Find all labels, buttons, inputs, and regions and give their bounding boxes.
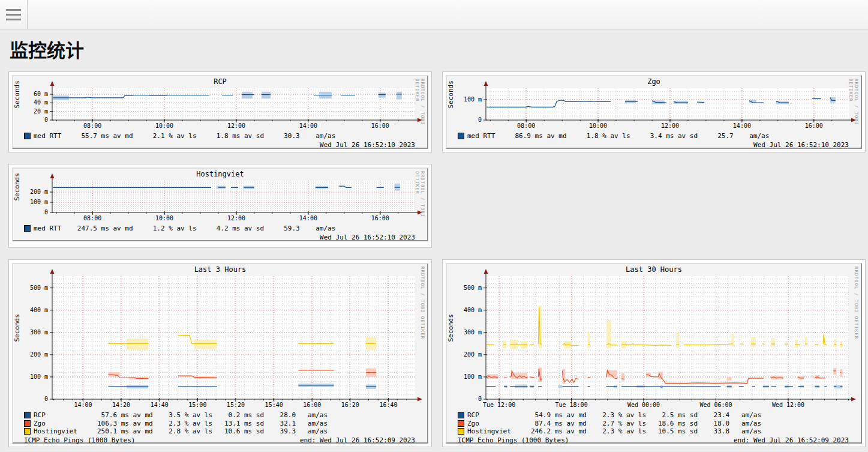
hamburger-icon (6, 9, 21, 11)
top-navbar (0, 0, 868, 29)
graph-panel-zgo: ZgoSecondsRRDTOOL / TOBI OETIKER08:0010:… (442, 71, 866, 152)
y-tick-label: 0 (447, 116, 482, 123)
x-tick-label: Wed 12:00 (767, 402, 809, 408)
legend-row-zgo: Zgo 87.4 ms av md 2.7 % av ls 18.6 ms sd… (458, 420, 849, 427)
chart-title-last3: Last 3 Hours (13, 265, 427, 274)
graph-panel-hostingviet: HostingvietSecondsRRDTOOL / TOBI OETIKER… (8, 164, 432, 248)
legend-text: Hostingviet 250.1 ms av md 2.8 % av ls 1… (34, 427, 328, 435)
footer-date: end: Wed Jul 26 16:52:09 2023 (300, 436, 415, 444)
x-tick-label: 14:00 (721, 122, 763, 129)
legend-swatch-med-rtt (24, 225, 31, 232)
legend-swatch-rcp (24, 412, 31, 418)
graph-panel-last-3-hours: Last 3 HoursSecondsRRDTOOL / TOBI OETIKE… (8, 259, 432, 447)
legend-row-rcp: RCP 57.6 ms av md 3.5 % av ls 0.2 ms sd … (24, 411, 415, 419)
x-tick-label: 16:40 (368, 402, 410, 408)
y-tick-label: 100 m (13, 199, 48, 205)
x-tick-label: 16:20 (329, 402, 371, 408)
rrdtool-watermark: RRDTOOL / TOBI OETIKER (848, 79, 859, 148)
chart-title-rcp: RCP (13, 77, 427, 86)
rrd-graph-rcp: RCPSecondsRRDTOOL / TOBI OETIKER08:0010:… (12, 75, 428, 149)
chart-footer: ICMP Echo Pings (1000 Bytes)end: Wed Jul… (458, 436, 849, 444)
legend-row-med-rtt: med RTT 247.5 ms av md 1.2 % av ls 4.2 m… (24, 224, 415, 232)
y-tick-label: 200 m (13, 351, 48, 358)
legend-text: RCP 54.9 ms av md 2.3 % av ls 2.5 ms sd … (467, 411, 761, 419)
legend-swatch-med-rtt (458, 133, 464, 139)
x-tick-label: 08:00 (71, 122, 113, 129)
rrdtool-watermark: RRDTOOL / TOBI OETIKER (854, 267, 859, 339)
x-tick-label: 14:20 (100, 402, 142, 408)
rrd-graph-last-3-hours: Last 3 HoursSecondsRRDTOOL / TOBI OETIKE… (12, 263, 428, 444)
footer-date: end: Wed Jul 26 16:52:09 2023 (734, 436, 849, 444)
x-tick-label: 08:00 (71, 215, 113, 221)
x-tick-label: 08:00 (505, 122, 547, 129)
legend-text: Zgo 106.3 ms av md 2.3 % av ls 13.1 ms s… (34, 420, 328, 427)
x-tick-label: Wed 00:00 (623, 402, 665, 408)
rrdtool-watermark: RRDTOOL / TOBI OETIKER (420, 267, 425, 339)
x-tick-label: 16:00 (359, 122, 401, 129)
x-tick-label: Tue 12:00 (478, 402, 520, 408)
y-tick-label: 500 m (13, 285, 48, 291)
footer-left-text: ICMP Echo Pings (1000 Bytes) (24, 436, 135, 444)
legend-text: med RTT 247.5 ms av md 1.2 % av ls 4.2 m… (34, 224, 335, 232)
graph-panel-last-30-hours: Last 30 HoursSecondsRRDTOOL / TOBI OETIK… (442, 259, 866, 447)
chart-title-hostingviet: Hostingviet (13, 170, 427, 178)
x-tick-label: Wed 06:00 (695, 402, 737, 408)
graph-panel-rcp: RCPSecondsRRDTOOL / TOBI OETIKER08:0010:… (8, 71, 432, 152)
x-tick-label: 14:00 (287, 215, 329, 221)
y-tick-label: 0 (447, 396, 482, 402)
y-tick-label: 0 (13, 116, 48, 123)
legend-text: Hostingviet 246.2 ms av md 2.3 % av ls 1… (467, 427, 761, 435)
legend-row-hostingviet: Hostingviet 250.1 ms av md 2.8 % av ls 1… (24, 427, 415, 435)
y-tick-label: 200 m (13, 188, 48, 195)
x-tick-label: 14:40 (139, 402, 181, 408)
chart-footer: Wed Jul 26 16:52:10 2023 (458, 141, 849, 149)
hamburger-menu-button[interactable] (0, 0, 28, 29)
chart-title-last30: Last 30 Hours (447, 265, 861, 274)
rrd-graph-last-30-hours: Last 30 HoursSecondsRRDTOOL / TOBI OETIK… (446, 263, 862, 444)
y-tick-label: 400 m (13, 307, 48, 313)
legend-swatch-hostingviet (458, 428, 464, 435)
y-tick-label: 0 (13, 396, 48, 402)
legend-text: med RTT 86.9 ms av md 1.8 % av ls 3.4 ms… (467, 132, 769, 140)
footer-left-text: ICMP Echo Pings (1000 Bytes) (458, 436, 569, 444)
x-tick-label: 12:00 (215, 215, 257, 221)
legend-row-med-rtt: med RTT 86.9 ms av md 1.8 % av ls 3.4 ms… (458, 132, 849, 140)
x-tick-label: 16:00 (793, 122, 835, 129)
chart-footer: Wed Jul 26 16:52:10 2023 (24, 234, 415, 241)
legend-swatch-hostingviet (24, 428, 31, 435)
chart-footer: ICMP Echo Pings (1000 Bytes)end: Wed Jul… (24, 436, 415, 444)
x-tick-label: 12:00 (649, 122, 691, 129)
chart-title-zgo: Zgo (447, 77, 861, 86)
x-tick-label: 15:40 (253, 402, 295, 408)
rrdtool-watermark: RRDTOOL / TOBI OETIKER (415, 171, 425, 240)
legend-text: med RTT 55.7 ms av md 2.1 % av ls 1.8 ms… (34, 132, 335, 140)
footer-date: Wed Jul 26 16:52:10 2023 (753, 141, 849, 149)
y-tick-label: 300 m (447, 329, 482, 336)
y-tick-label: 60 m (13, 91, 48, 97)
y-tick-label: 300 m (13, 329, 48, 336)
x-tick-label: 15:20 (215, 402, 257, 408)
y-tick-label: 20 m (13, 108, 48, 115)
page-title: 监控统计 (10, 40, 868, 62)
legend-swatch-med-rtt (24, 133, 31, 139)
x-tick-label: 14:00 (62, 402, 104, 408)
x-tick-label: 16:00 (359, 215, 401, 221)
footer-date: Wed Jul 26 16:52:10 2023 (320, 234, 415, 241)
rrd-graph-hostingviet: HostingvietSecondsRRDTOOL / TOBI OETIKER… (12, 167, 428, 241)
x-tick-label: 12:00 (215, 122, 257, 129)
dashboard-grid: RCPSecondsRRDTOOL / TOBI OETIKER08:0010:… (8, 71, 860, 447)
chart-footer: Wed Jul 26 16:52:10 2023 (24, 141, 415, 149)
x-tick-label: 15:00 (176, 402, 218, 408)
y-tick-label: 400 m (447, 307, 482, 313)
x-tick-label: Tue 18:00 (551, 402, 593, 408)
x-tick-label: 10:00 (143, 122, 185, 129)
legend-text: Zgo 87.4 ms av md 2.7 % av ls 18.6 ms sd… (467, 420, 761, 427)
x-tick-label: 16:00 (291, 402, 333, 408)
y-tick-label: 100 m (447, 373, 482, 380)
legend-row-med-rtt: med RTT 55.7 ms av md 2.1 % av ls 1.8 ms… (24, 132, 415, 140)
x-tick-label: 10:00 (577, 122, 619, 129)
y-tick-label: 100 m (447, 96, 482, 103)
legend-swatch-zgo (24, 420, 31, 427)
x-tick-label: 14:00 (287, 122, 329, 129)
x-tick-label: 10:00 (143, 215, 185, 221)
